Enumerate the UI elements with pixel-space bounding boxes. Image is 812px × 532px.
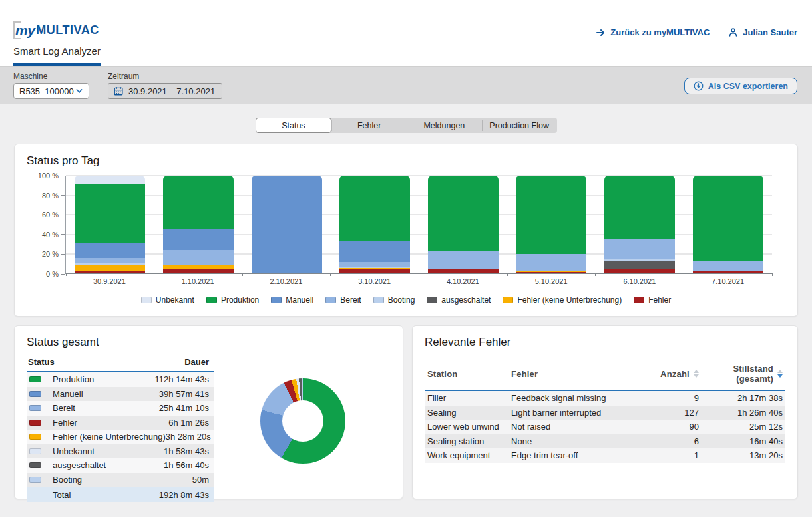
bars-container (66, 176, 772, 273)
error-station: Lower web unwind (425, 422, 511, 432)
stacked-bar-5.10.2021 (516, 176, 586, 273)
x-tick-label: 5.10.2021 (507, 277, 596, 285)
bar-slot (66, 176, 154, 273)
x-tick-label: 1.10.2021 (154, 277, 242, 285)
error-name: Light barrier interrupted (511, 408, 641, 418)
status-total-table: Status Dauer Produktion112h 14m 43sManue… (27, 355, 214, 502)
bar-segment-Bereit (604, 239, 675, 260)
status-name: Manuell (53, 389, 159, 399)
sort-icon[interactable] (694, 370, 699, 378)
bar-segment-Bereit (339, 262, 410, 267)
status-name: ausgeschaltet (53, 460, 164, 470)
machine-select[interactable]: R535_100000 (13, 83, 89, 99)
bar-segment-Bereit (516, 254, 586, 271)
legend-label: Produktion (221, 295, 259, 305)
tab-smart-log-analyzer[interactable]: Smart Log Analyzer (13, 45, 101, 66)
sort-icon[interactable] (777, 370, 783, 378)
bar-slot (507, 176, 596, 273)
bar-segment-Fehler (339, 269, 410, 273)
status-name: Fehler (53, 418, 168, 428)
sort-down-caret (777, 374, 783, 378)
export-csv-button[interactable]: Als CSV exportieren (684, 78, 797, 94)
status-swatch-Fehler (keine Unterbrechung) (29, 434, 41, 440)
error-row: Work equipmentEdge trim tear-off113m 20s (425, 448, 785, 463)
bar-segment-ausgeschaltet (604, 261, 675, 269)
sort-up-caret (694, 370, 699, 373)
chevron-down-icon (75, 87, 83, 95)
logo-my-text: my (15, 23, 36, 39)
y-tick-label: 80 % (42, 192, 59, 200)
legend-swatch (503, 297, 513, 303)
bar-segment-Produktion (604, 176, 675, 239)
error-row: Lower web unwindNot raised9025m 12s (425, 420, 785, 434)
legend-item-Produktion: Produktion (206, 295, 259, 305)
bar-segment-Fehler (keine Unterbrechung) (75, 265, 145, 271)
bar-slot (242, 176, 331, 273)
user-name-label: Julian Sauter (743, 27, 797, 37)
legend-item-Fehler: Fehler (634, 295, 671, 305)
period-value: 30.9.2021 – 7.10.2021 (128, 86, 215, 96)
legend-swatch (206, 297, 217, 303)
status-total-title: Status gesamt (27, 336, 391, 349)
bar-segment-Fehler (604, 269, 675, 273)
stacked-bar-4.10.2021 (428, 176, 499, 273)
bar-slot (331, 176, 419, 273)
x-axis-labels: 30.9.20211.10.20212.10.20213.10.20214.10… (65, 277, 772, 285)
view-tab-meldungen[interactable]: Meldungen (407, 118, 482, 133)
bar-segment-Unbekannt (75, 176, 145, 184)
bar-segment-Manuell (163, 229, 234, 250)
error-downtime: 16m 40s (699, 436, 785, 446)
back-link-label: Zurück zu myMULTIVAC (610, 27, 710, 37)
legend-label: Booting (388, 295, 415, 305)
error-count: 127 (641, 408, 699, 418)
x-tick-mark (154, 273, 154, 276)
error-count: 9 (641, 393, 699, 403)
y-tick-label: 20 % (42, 250, 59, 258)
status-duration: 25h 41m 10s (159, 403, 209, 413)
sort-up-caret (777, 370, 783, 373)
status-duration: 1h 58m 43s (164, 446, 209, 456)
x-tick-mark (595, 273, 596, 276)
error-downtime: 13m 20s (699, 450, 785, 460)
bar-segment-Manuell (252, 176, 322, 273)
error-downtime: 1h 26m 40s (699, 408, 785, 418)
error-count: 90 (641, 422, 699, 432)
relevant-errors-card: Relevante Fehler StationFehlerAnzahlStil… (412, 325, 798, 499)
user-menu[interactable]: Julian Sauter (728, 27, 797, 37)
column-header-anzahl[interactable]: Anzahl (641, 369, 699, 379)
legend-item-Fehler (keine Unterbrechung): Fehler (keine Unterbrechung) (503, 295, 622, 305)
bar-segment-Produktion (428, 176, 499, 251)
x-tick-label: 2.10.2021 (242, 277, 331, 285)
calendar-icon (114, 86, 123, 96)
bar-segment-Produktion (75, 184, 145, 243)
bar-segment-Produktion (163, 176, 234, 229)
export-csv-label: Als CSV exportieren (708, 82, 788, 91)
status-name: Bereit (53, 403, 159, 413)
status-total-row: Produktion112h 14m 43s (27, 372, 214, 387)
relevant-errors-table: StationFehlerAnzahlStillstand (gesamt) F… (425, 360, 785, 463)
legend-swatch (271, 297, 282, 303)
error-row: Sealing stationNone616m 40s (425, 434, 785, 449)
main-content: StatusFehlerMeldungenProduction Flow Sta… (0, 104, 812, 517)
period-label: Zeitraum (108, 72, 222, 81)
bar-segment-Fehler (516, 272, 586, 273)
bar-segment-Bereit (75, 258, 145, 263)
column-header-stillstand-gesamt-[interactable]: Stillstand (gesamt) (699, 364, 785, 384)
x-tick-mark (242, 273, 243, 276)
status-swatch-Manuell (29, 391, 41, 397)
legend-item-Bereit: Bereit (325, 295, 361, 305)
bar-segment-Bereit (693, 261, 763, 271)
view-tab-production-flow[interactable]: Production Flow (482, 118, 557, 133)
status-total-row: Bereit25h 41m 10s (27, 401, 214, 416)
back-to-mymultivac-link[interactable]: Zurück zu myMULTIVAC (596, 27, 710, 37)
legend-label: Fehler (648, 295, 671, 305)
status-per-day-title: Status pro Tag (27, 154, 785, 168)
view-tab-fehler[interactable]: Fehler (331, 118, 407, 133)
bar-segment-Fehler (428, 269, 499, 273)
status-name: Fehler (keine Unterbrechung) (53, 432, 166, 442)
period-input[interactable]: 30.9.2021 – 7.10.2021 (108, 83, 222, 99)
y-tick-label: 0 % (46, 270, 59, 278)
status-column-header: Status (28, 357, 55, 367)
view-tab-status[interactable]: Status (256, 118, 332, 133)
arrow-right-icon (596, 28, 606, 37)
